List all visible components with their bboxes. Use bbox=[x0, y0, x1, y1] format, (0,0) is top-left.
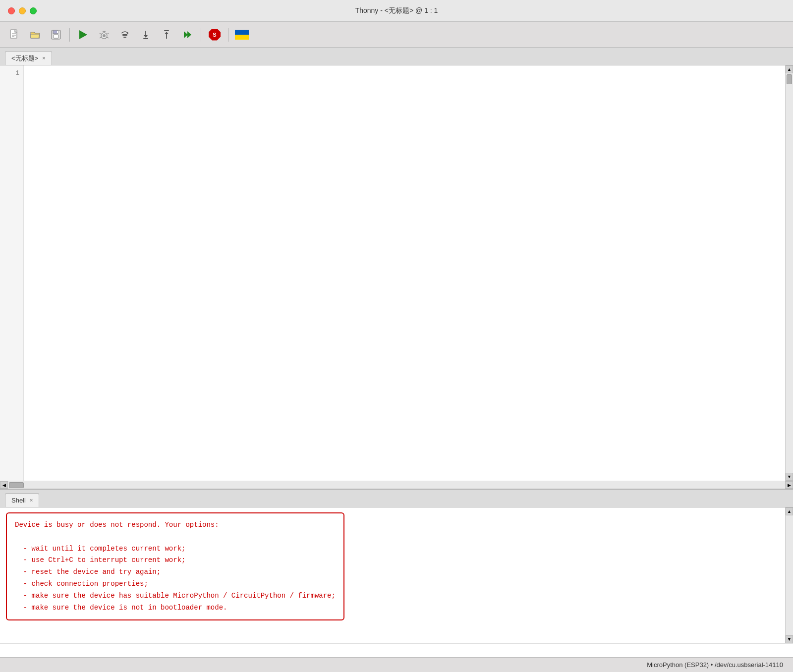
shell-error-line-6: - make sure the device has suitable Micr… bbox=[15, 590, 336, 602]
window-title: Thonny - <无标题> @ 1 : 1 bbox=[355, 6, 438, 15]
shell-error-line-3: - use Ctrl+C to interrupt current work; bbox=[15, 555, 336, 566]
scroll-left-button[interactable]: ◀ bbox=[0, 481, 8, 489]
status-bar: MicroPython (ESP32) • /dev/cu.usbserial-… bbox=[0, 657, 793, 672]
svg-marker-20 bbox=[144, 35, 148, 38]
editor-tab[interactable]: <无标题> × bbox=[5, 51, 52, 65]
shell-error-line-7: - make sure the device is not in bootloa… bbox=[15, 602, 336, 614]
svg-marker-25 bbox=[184, 31, 188, 38]
scroll-right-button[interactable]: ▶ bbox=[785, 481, 793, 489]
line-number-1: 1 bbox=[0, 68, 19, 78]
scroll-thumb[interactable] bbox=[787, 74, 792, 84]
status-text: MicroPython (ESP32) • /dev/cu.usbserial-… bbox=[647, 661, 783, 669]
code-editor[interactable] bbox=[24, 65, 785, 481]
step-over-button[interactable] bbox=[115, 25, 134, 44]
svg-rect-6 bbox=[54, 35, 58, 38]
save-file-button[interactable] bbox=[47, 25, 65, 44]
scroll-up-button[interactable]: ▲ bbox=[786, 65, 793, 73]
editor-tab-close[interactable]: × bbox=[42, 56, 45, 61]
editor-scrollbar-horizontal[interactable]: ◀ ▶ bbox=[0, 481, 793, 489]
open-file-button[interactable] bbox=[26, 25, 45, 44]
editor-area: <无标题> × 1 ▲ ▼ bbox=[0, 48, 793, 489]
svg-rect-17 bbox=[122, 34, 127, 36]
svg-rect-24 bbox=[164, 30, 169, 31]
shell-error-line-1: Device is busy or does not respond. Your… bbox=[15, 519, 336, 531]
svg-point-11 bbox=[103, 34, 106, 37]
shell-input[interactable] bbox=[4, 647, 789, 654]
open-file-icon bbox=[30, 29, 41, 40]
close-button[interactable] bbox=[8, 7, 15, 14]
svg-line-13 bbox=[107, 33, 109, 34]
shell-tab-close[interactable]: × bbox=[30, 498, 33, 503]
shell-scroll-track[interactable] bbox=[786, 515, 793, 635]
maximize-button[interactable] bbox=[30, 7, 37, 14]
svg-rect-7 bbox=[57, 31, 58, 33]
line-numbers: 1 bbox=[0, 65, 24, 481]
shell-error-box: Device is busy or does not respond. Your… bbox=[6, 512, 344, 620]
step-into-button[interactable] bbox=[136, 25, 155, 44]
shell-body: Device is busy or does not respond. Your… bbox=[0, 507, 793, 643]
shell-content[interactable]: Device is busy or does not respond. Your… bbox=[0, 507, 785, 643]
ukraine-flag-icon bbox=[235, 30, 249, 40]
shell-input-bar bbox=[0, 643, 793, 657]
h-scroll-track[interactable] bbox=[8, 481, 785, 489]
shell-tab-label: Shell bbox=[11, 497, 26, 504]
title-bar: Thonny - <无标题> @ 1 : 1 bbox=[0, 0, 793, 22]
ukraine-button[interactable] bbox=[232, 25, 251, 44]
svg-rect-18 bbox=[123, 37, 126, 38]
svg-marker-26 bbox=[187, 31, 191, 38]
scroll-track[interactable] bbox=[786, 73, 793, 473]
minimize-button[interactable] bbox=[19, 7, 26, 14]
step-out-button[interactable] bbox=[157, 25, 176, 44]
new-file-icon bbox=[9, 29, 20, 40]
shell-error-line-2: - wait until it completes current work; bbox=[15, 543, 336, 555]
toolbar: S bbox=[0, 22, 793, 48]
save-file-icon bbox=[51, 29, 61, 40]
scroll-down-button[interactable]: ▼ bbox=[786, 473, 793, 481]
svg-line-14 bbox=[100, 37, 101, 38]
editor-body: 1 ▲ ▼ bbox=[0, 65, 793, 481]
svg-marker-23 bbox=[165, 32, 169, 34]
svg-line-12 bbox=[100, 33, 101, 34]
svg-line-15 bbox=[107, 37, 109, 38]
shell-tab[interactable]: Shell × bbox=[5, 493, 39, 507]
shell-error-line-blank bbox=[15, 531, 336, 543]
shell-area: Shell × Device is busy or does not respo… bbox=[0, 489, 793, 657]
step-out-icon bbox=[161, 29, 172, 40]
stop-icon: S bbox=[209, 29, 221, 41]
editor-tab-label: <无标题> bbox=[11, 54, 38, 63]
step-over-icon bbox=[119, 29, 130, 40]
editor-scrollbar-vertical[interactable]: ▲ ▼ bbox=[785, 65, 793, 481]
h-scroll-thumb[interactable] bbox=[9, 482, 24, 488]
shell-scroll-down-button[interactable]: ▼ bbox=[786, 635, 793, 643]
editor-body-wrapper: 1 ▲ ▼ ◀ ▶ bbox=[0, 65, 793, 489]
toolbar-separator-3 bbox=[228, 28, 228, 42]
toolbar-separator-1 bbox=[69, 28, 70, 42]
step-into-icon bbox=[140, 29, 151, 40]
run-button[interactable] bbox=[74, 25, 93, 44]
stop-button[interactable]: S bbox=[205, 25, 224, 44]
shell-scrollbar-vertical[interactable]: ▲ ▼ bbox=[785, 507, 793, 643]
shell-scroll-up-button[interactable]: ▲ bbox=[786, 507, 793, 515]
new-file-button[interactable] bbox=[5, 25, 24, 44]
resume-button[interactable] bbox=[178, 25, 197, 44]
debug-icon bbox=[99, 29, 110, 40]
resume-icon bbox=[182, 29, 193, 40]
window-controls[interactable] bbox=[8, 7, 37, 14]
toolbar-separator-2 bbox=[201, 28, 201, 42]
shell-error-line-4: - reset the device and try again; bbox=[15, 566, 336, 578]
run-icon bbox=[79, 30, 87, 39]
shell-error-line-5: - check connection properties; bbox=[15, 578, 336, 590]
debug-button[interactable] bbox=[95, 25, 113, 44]
main-content: <无标题> × 1 ▲ ▼ bbox=[0, 48, 793, 657]
svg-rect-21 bbox=[143, 38, 148, 39]
shell-tab-bar: Shell × bbox=[0, 490, 793, 507]
editor-tab-bar: <无标题> × bbox=[0, 48, 793, 65]
